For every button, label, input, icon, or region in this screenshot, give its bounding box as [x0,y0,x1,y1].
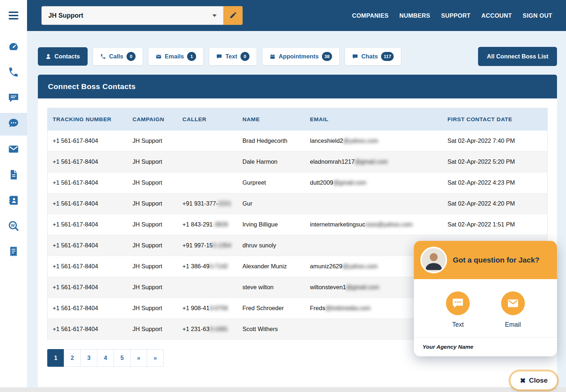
table-row[interactable]: +1 561-617-8404 JH Support Gurpreet dutt… [48,172,548,193]
cell-email [305,193,442,214]
cell-campaign: JH Support [127,277,177,298]
cell-caller [177,151,237,172]
redacted-caller-digits: 3-1691 [209,326,228,332]
col-email: EMAIL [305,108,442,131]
redacted-email: @yahoo.com [342,263,377,269]
comment-icon [352,54,358,60]
cell-name: Fred Schroeder [238,298,305,319]
pagination-last[interactable]: » [147,349,164,367]
close-chat-button[interactable]: ✖ Close [510,371,557,389]
redacted-email: @gmail.com [346,284,379,290]
document-icon [8,169,19,182]
nav-support[interactable]: SUPPORT [441,12,470,19]
cell-name: dhruv sunoly [238,235,305,256]
cell-tracking-number: +1 561-617-8404 [48,131,128,151]
receipt-icon [8,246,19,259]
cell-tracking-number: +1 561-617-8404 [48,277,128,298]
sidebar-item-contacts-book[interactable] [0,190,27,212]
redacted-email: @gmail.com [355,158,388,165]
sidebar-item-documents[interactable] [0,164,27,187]
tab-label: Contacts [54,53,80,60]
edit-company-button[interactable] [224,6,243,25]
pagination-page-3[interactable]: 3 [80,349,97,367]
nav-companies[interactable]: COMPANIES [352,12,388,19]
cell-caller: +1 386-490-7142 [177,256,237,277]
tab-calls[interactable]: Calls 0 [93,47,143,66]
chat-email-button[interactable]: Email [501,291,525,329]
sidebar-item-receipts[interactable] [0,241,27,264]
nav-account[interactable]: ACCOUNT [481,12,512,19]
tab-badge: 117 [381,52,394,61]
horizontal-scrollbar[interactable] [0,387,566,392]
left-sidebar: W [0,0,27,392]
tab-text[interactable]: Text 0 [209,47,257,66]
pagination-page-4[interactable]: 4 [97,349,114,367]
cell-first-contact-date: Sat 02-Apr-2022 7:40 PM [442,131,547,151]
sidebar-item-calls[interactable] [0,62,27,84]
cell-campaign: JH Support [127,319,177,340]
chat-text-button[interactable]: Text [446,291,470,329]
hamburger-menu-icon[interactable] [0,0,27,31]
tab-label: Chats [361,53,378,60]
tabs-row: Contacts Calls 0 Emails 1 Text 0 Appoint… [38,47,557,66]
pagination-next[interactable]: » [130,349,147,367]
table-row[interactable]: +1 561-617-8404 JH Support Brad Hedgecor… [48,131,548,151]
cell-caller: +91 931-377-2221 [177,193,237,214]
word-search-icon: W [8,220,19,233]
cell-campaign: JH Support [127,256,177,277]
nav-numbers[interactable]: NUMBERS [399,12,430,19]
sidebar-item-sms[interactable] [0,113,27,136]
pagination-page-1[interactable]: 1 [47,349,64,367]
cell-tracking-number: +1 561-617-8404 [48,235,128,256]
nav-sign-out[interactable]: SIGN OUT [523,12,552,19]
tab-badge: 38 [322,52,332,61]
cell-caller [177,131,237,151]
sidebar-item-dashboard[interactable] [0,36,27,59]
tab-label: Text [225,53,237,60]
company-select-value: JH Support [48,12,83,19]
top-nav: COMPANIES NUMBERS SUPPORT ACCOUNT SIGN O… [352,12,552,19]
redacted-email: @yahoo.com [343,137,378,144]
tab-badge: 0 [240,52,249,61]
tab-contacts[interactable]: Contacts [38,47,88,66]
cell-first-contact-date: Sat 02-Apr-2022 4:23 PM [442,172,547,193]
tab-appointments[interactable]: Appointments 38 [262,47,340,66]
comment-icon [216,54,222,60]
avatar [420,247,447,273]
cell-campaign: JH Support [127,235,177,256]
tab-badge: 1 [187,52,196,61]
sidebar-item-chats[interactable] [0,87,27,110]
cell-name: Alexander Muniz [238,256,305,277]
sidebar-item-word-search[interactable]: W [0,215,27,238]
table-row[interactable]: +1 561-617-8404 JH Support +91 931-377-2… [48,193,548,214]
cell-tracking-number: +1 561-617-8404 [48,172,128,193]
redacted-email: @trebmedia.com [325,305,371,311]
all-connect-boss-list-button[interactable]: All Connect Boss List [478,47,557,66]
cell-name: Gurpreet [238,172,305,193]
pagination-page-5[interactable]: 5 [114,349,131,367]
table-row[interactable]: +1 561-617-8404 JH Support +1 843-291-38… [48,214,548,235]
chat-email-label: Email [505,321,521,329]
table-header-row: TRACKING NUMBER CAMPAIGN CALLER NAME EMA… [48,108,548,131]
cell-caller [177,277,237,298]
cell-caller: +1 843-291-3829 [177,214,237,235]
tab-emails[interactable]: Emails 1 [148,47,204,66]
cell-email: lanceshield2@yahoo.com [305,131,442,151]
redacted-caller-digits: 5-1354 [213,242,231,248]
cell-campaign: JH Support [127,298,177,319]
redacted-caller-digits: 3-0756 [209,305,228,311]
redacted-caller-digits: 0-7142 [209,263,228,269]
redacted-email: @gmail.com [333,179,366,186]
pagination-page-2[interactable]: 2 [64,349,81,367]
cell-caller: +1 908-413-0756 [177,298,237,319]
cell-email: internetmarketingsuccess@yahoo.com [305,214,442,235]
tab-chats[interactable]: Chats 117 [345,47,401,66]
sidebar-item-email[interactable] [0,138,27,161]
cell-campaign: JH Support [127,193,177,214]
chat-bubble-icon [8,92,19,105]
cell-campaign: JH Support [127,131,177,151]
table-row[interactable]: +1 561-617-8404 JH Support Dale Harmon e… [48,151,548,172]
cell-tracking-number: +1 561-617-8404 [48,151,128,172]
company-select[interactable]: JH Support [41,6,224,25]
cell-name: Brad Hedgecorth [238,131,305,151]
